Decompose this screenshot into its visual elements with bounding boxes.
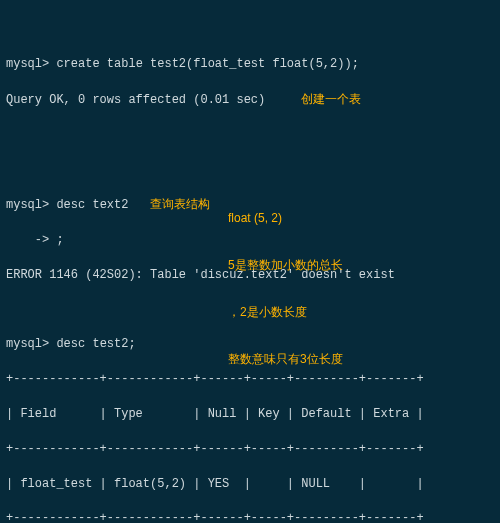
desc-sep-2: +------------+------------+------+-----+… [6,441,494,458]
annot-create: 创建一个表 [301,92,361,106]
desc-sep-3: +------------+------------+------+-----+… [6,510,494,523]
create-result-text: Query OK, 0 rows affected (0.01 sec) [6,93,265,107]
desc-right-cmd: desc test2; [56,337,135,351]
create-result-line: Query OK, 0 rows affected (0.01 sec) 创建一… [6,91,494,109]
create-table-cmd: create table test2(float_test float(5,2)… [56,57,358,71]
terminal[interactable]: mysql> create table test2(float_test flo… [0,0,500,523]
annot-float-note3: 整数意味只有3位长度 [228,352,343,368]
mysql-prompt: mysql> [6,57,49,71]
semicolon: ; [56,233,63,247]
annot-float-note2: ，2是小数长度 [228,305,343,321]
mysql-prompt: mysql> [6,198,49,212]
mysql-prompt: mysql> [6,337,49,351]
blank-1 [6,127,494,144]
float-annotation-block: float (5, 2) 5是整数加小数的总长 ，2是小数长度 整数意味只有3位… [228,180,343,383]
cont-prompt: -> [6,233,56,247]
annot-float-defn: float (5, 2) [228,211,343,227]
annot-desc-struct: 查询表结构 [150,197,210,211]
create-table-line: mysql> create table test2(float_test flo… [6,56,494,73]
desc-header: | Field | Type | Null | Key | Default | … [6,406,494,423]
desc-row: | float_test | float(5,2) | YES | | NULL… [6,476,494,493]
desc-wrong-cmd: desc text2 [56,198,128,212]
annot-float-note1: 5是整数加小数的总长 [228,258,343,274]
